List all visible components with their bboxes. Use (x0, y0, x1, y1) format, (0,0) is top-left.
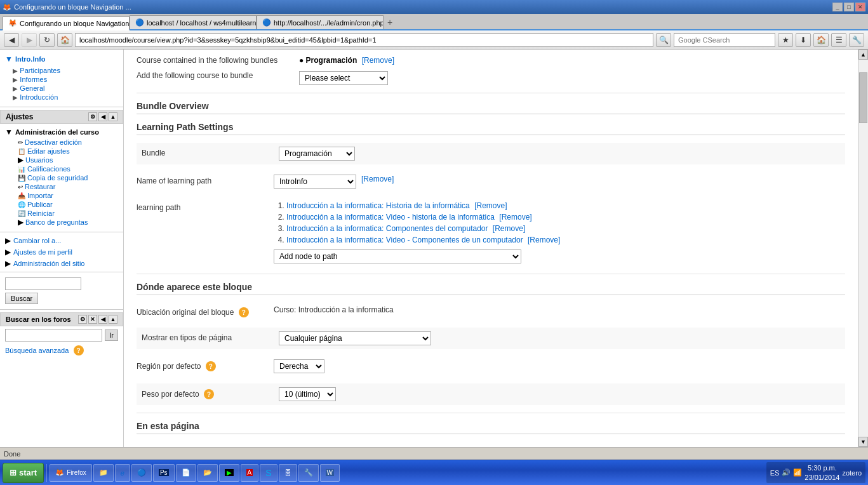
forward-button[interactable]: ▶ (22, 33, 37, 47)
path-item-2-remove[interactable]: [Remove] (499, 213, 531, 222)
path-item-4-remove[interactable]: [Remove] (528, 236, 560, 244)
name-remove-link[interactable]: [Remove] (361, 175, 394, 183)
buscar-button[interactable]: Buscar (5, 293, 38, 304)
start-button[interactable]: ⊞ start (3, 463, 44, 483)
taskbar-ps-btn[interactable]: Ps (153, 464, 175, 482)
sidebar-intro-section: ▼ Intro.Info ▶ Participantes ▶ Informes … (0, 50, 123, 104)
taskbar-word-btn[interactable]: W (320, 464, 340, 482)
back-button[interactable]: ◀ (4, 33, 19, 47)
divider-3 (0, 272, 123, 272)
add-course-select-wrap: Please select (299, 71, 388, 85)
path-item-3-remove[interactable]: [Remove] (493, 224, 525, 233)
scroll-track (858, 60, 868, 437)
reiniciar-link[interactable]: Reiniciar (27, 209, 55, 218)
collapse-admin-icon[interactable]: ▼ (5, 128, 13, 136)
informes-link[interactable]: Informes (20, 75, 47, 84)
path-item-2-link[interactable]: Introducción a la informatica: Video - h… (286, 213, 495, 222)
nav-downloads-icon[interactable]: ⬇ (796, 33, 811, 47)
add-node-select[interactable]: Add node to path (274, 249, 521, 263)
busqueda-avanzada-link[interactable]: Búsqueda avanzada (5, 346, 69, 355)
banco-arrow-icon: ▶ (18, 218, 23, 227)
taskbar-explorer-btn[interactable]: 📁 (93, 464, 114, 482)
taskbar-ie-btn[interactable]: e (115, 464, 130, 482)
buscar-foros-header: Buscar en los foros ⚙ ✕ ◀ ▲ (0, 312, 123, 326)
settings-icon: 📋 (18, 148, 25, 155)
taskbar-terminal-btn[interactable]: ▶ (219, 464, 239, 482)
importar-link[interactable]: Importar (27, 191, 53, 200)
tab-1[interactable]: 🦊 Configurando un bloque Navigation ... … (3, 17, 130, 30)
search-input[interactable] (674, 33, 775, 47)
home-button[interactable]: 🏠 (57, 33, 72, 47)
search-icon[interactable]: 🔍 (656, 33, 671, 47)
tab-2[interactable]: 🔵 localhost / localhost / ws4multilearni… (130, 15, 257, 29)
taskbar-files-btn[interactable]: 📄 (176, 464, 196, 482)
usuarios-item: ▶ Usuarios (5, 156, 118, 164)
right-scrollbar[interactable]: ▲ ▼ (858, 50, 868, 447)
buscar-input[interactable] (5, 277, 81, 290)
desactivar-link[interactable]: Desactivar edición (25, 138, 82, 147)
add-course-select[interactable]: Please select (299, 71, 388, 85)
reload-button[interactable]: ↻ (39, 33, 55, 47)
cambiar-rol-link[interactable]: Cambiar rol a... (13, 236, 61, 245)
participantes-link[interactable]: Participantes (20, 66, 60, 75)
bundle-select[interactable]: Programación (279, 147, 355, 161)
mostrar-select[interactable]: Cualquier página (279, 331, 431, 345)
minimize-button[interactable]: _ (832, 3, 843, 11)
address-bar[interactable] (75, 33, 653, 47)
region-help-icon[interactable]: ? (206, 361, 216, 371)
scroll-thumb[interactable] (859, 72, 867, 123)
banco-link[interactable]: Banco de preguntas (25, 218, 88, 227)
foros-search-input[interactable] (5, 329, 102, 342)
peso-help-icon[interactable]: ? (204, 389, 214, 399)
foros-icon-4[interactable]: ▲ (109, 315, 117, 324)
intro-info-link[interactable]: Intro.Info (15, 55, 46, 63)
tab-3[interactable]: 🔵 http://localhost/.../le/admin/cron.php… (257, 15, 384, 29)
path-item-4-link[interactable]: Introducción a la informatica: Video - C… (286, 236, 523, 244)
usuarios-link[interactable]: Usuarios (25, 156, 53, 164)
scroll-up-button[interactable]: ▲ (858, 50, 868, 60)
ajustes-icon-3[interactable]: ▲ (109, 112, 117, 121)
region-select[interactable]: Derecha (274, 359, 324, 373)
foros-icon-3[interactable]: ◀ (98, 315, 107, 324)
scroll-down-button[interactable]: ▼ (858, 437, 868, 447)
path-item-1-link[interactable]: Introducción a la informatica: Historia … (286, 201, 470, 210)
path-item-3-link[interactable]: Introducción a la informatica: Component… (286, 224, 488, 233)
taskbar-skype-btn[interactable]: S (260, 464, 277, 482)
busqueda-help-icon[interactable]: ? (74, 345, 84, 355)
foros-icon-1[interactable]: ⚙ (78, 315, 87, 324)
editar-ajustes-link[interactable]: Editar ajustes (27, 147, 70, 156)
calificaciones-link[interactable]: Calificaciones (27, 164, 70, 173)
general-link[interactable]: General (20, 84, 44, 93)
taskbar-firefox2-btn[interactable]: 🔵 (131, 464, 152, 482)
ajustes-perfil-link[interactable]: Ajustes de mi perfil (13, 248, 72, 256)
copia-link[interactable]: Copia de seguridad (27, 173, 88, 182)
admin-sitio-link[interactable]: Administración del sitio (13, 259, 85, 268)
collapse-intro-icon[interactable]: ▼ (5, 55, 13, 63)
introduccion-link[interactable]: Introducción (20, 93, 58, 102)
ir-button[interactable]: Ir (105, 329, 118, 341)
new-tab-button[interactable]: + (384, 15, 396, 29)
taskbar-tool-btn[interactable]: 🔧 (298, 464, 319, 482)
status-text: Done (4, 450, 20, 458)
bookmark-star-icon[interactable]: ★ (778, 33, 793, 47)
taskbar-folder-btn[interactable]: 📂 (197, 464, 218, 482)
name-of-path-select[interactable]: IntroInfo (274, 175, 356, 189)
nav-tools-icon[interactable]: 🔧 (849, 33, 864, 47)
peso-select[interactable]: 10 (último) (279, 387, 336, 401)
nav-home2-icon[interactable]: 🏠 (813, 33, 829, 47)
peso-label: Peso por defecto ? (142, 387, 269, 399)
taskbar-firefox-btn[interactable]: 🦊 Firefox (50, 464, 92, 482)
ubicacion-help-icon[interactable]: ? (239, 307, 249, 317)
nav-menu-icon[interactable]: ☰ (831, 33, 846, 47)
taskbar-acrobat-btn[interactable]: A (241, 464, 259, 482)
publicar-link[interactable]: Publicar (27, 200, 53, 209)
taskbar-db-btn[interactable]: 🗄 (279, 464, 297, 482)
restaurar-link[interactable]: Restaurar (25, 182, 55, 191)
foros-icon-2[interactable]: ✕ (88, 315, 97, 324)
close-button[interactable]: ✕ (855, 3, 865, 11)
ajustes-icon-2[interactable]: ◀ (98, 112, 107, 121)
path-item-1-remove[interactable]: [Remove] (474, 201, 507, 210)
bundle-remove-link[interactable]: [Remove] (362, 56, 394, 65)
ajustes-icon-1[interactable]: ⚙ (88, 112, 97, 121)
maximize-button[interactable]: □ (844, 3, 854, 11)
